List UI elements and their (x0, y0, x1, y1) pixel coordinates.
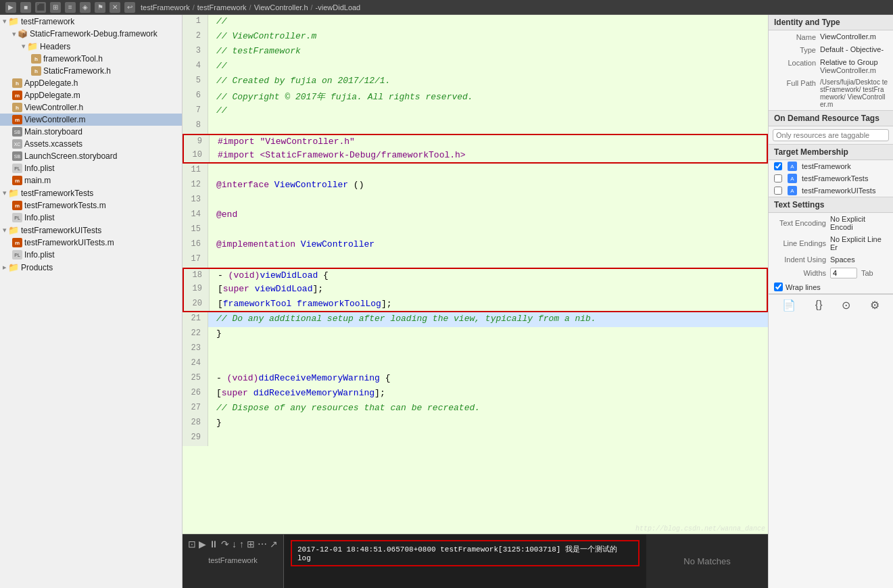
breadcrumb-4[interactable]: -viewDidLoad (316, 3, 361, 11)
toolbar-icon-1[interactable]: ▶ (5, 2, 16, 13)
toolbar-icon-6[interactable]: ◈ (80, 2, 91, 13)
toolbar-icon-8[interactable]: ✕ (110, 2, 120, 13)
target-checkbox-1[interactable] (774, 174, 782, 182)
debug-icon-thread[interactable]: ⋯ (258, 539, 267, 549)
storyboard-icon: SB (12, 127, 22, 137)
sidebar-item-main-m[interactable]: mmain.m (0, 174, 182, 187)
panel-icon-link[interactable]: ⊙ (842, 299, 850, 312)
line-code[interactable]: // Created by fujia on 2017/12/1. (208, 74, 768, 89)
sidebar-item-appdelegate-m[interactable]: mAppDelegate.m (0, 89, 182, 101)
panel-icon-settings[interactable]: ⚙ (870, 299, 879, 312)
wrap-checkbox[interactable] (774, 283, 783, 291)
folder-special-icon: 📦 (18, 29, 28, 39)
line-code[interactable]: - (void)viewDidLoad { (210, 269, 767, 283)
line-code[interactable]: // (208, 59, 768, 74)
debug-icon-view2[interactable]: ⊞ (247, 539, 255, 549)
file-navigator: ▾📁testFramework▾📦StaticFramework-Debug.f… (0, 15, 183, 588)
line-code[interactable]: @implementation ViewController (208, 238, 768, 253)
line-code[interactable] (208, 119, 768, 134)
sidebar-item-main-storyboard[interactable]: SBMain.storyboard (0, 126, 182, 138)
line-code[interactable]: #import <StaticFramework-Debug/framework… (210, 149, 767, 162)
toolbar-icon-2[interactable]: ■ (20, 2, 31, 13)
sidebar-item-testframeworkuitests-info[interactable]: PLInfo.plist (0, 249, 182, 261)
identity-section: Identity and Type Name ViewController.m … (769, 15, 893, 111)
line-code[interactable] (208, 253, 768, 268)
line-code[interactable]: [super didReceiveMemoryWarning]; (208, 387, 768, 401)
line-number: 8 (183, 119, 208, 134)
line-code[interactable] (208, 342, 768, 357)
widths-stepper[interactable] (830, 268, 857, 278)
sidebar-item-testframeworktests[interactable]: ▾📁testFrameworkTests (0, 187, 182, 199)
target-icon-2: A (788, 186, 797, 195)
line-code[interactable] (208, 223, 768, 238)
line-code[interactable]: // testFramework (208, 45, 768, 59)
line-code[interactable]: // (208, 104, 768, 119)
line-code[interactable] (208, 431, 768, 446)
line-code[interactable]: #import "ViewController.h" (210, 135, 767, 149)
sidebar-item-assets[interactable]: XCAssets.xcassets (0, 138, 182, 150)
toolbar-icon-9[interactable]: ↩ (124, 2, 135, 13)
sidebar-item-testframeworkuitests[interactable]: ▾📁testFrameworkUITests (0, 224, 182, 237)
sidebar-item-testframeworkuitests-m[interactable]: mtestFrameworkUITests.m (0, 237, 182, 249)
on-demand-input[interactable] (773, 129, 889, 141)
debug-icon-stepout[interactable]: ↑ (239, 539, 244, 549)
line-code[interactable]: // ViewController.m (208, 30, 768, 45)
line-code[interactable]: // (208, 15, 768, 30)
code-line-17: 17 (183, 253, 768, 268)
line-number: 17 (183, 253, 208, 268)
identity-type-panel: Identity and Type Name ViewController.m … (768, 15, 893, 588)
sidebar-item-staticframework-h[interactable]: hStaticFramework.h (0, 65, 182, 77)
sidebar-item-testframeworktests-info[interactable]: PLInfo.plist (0, 212, 182, 224)
toolbar-icon-5[interactable]: ≡ (65, 2, 76, 13)
debug-icon-pause[interactable]: ⏸ (209, 539, 218, 549)
wrap-label: Wrap lines (786, 283, 821, 291)
breadcrumb-2[interactable]: testFramework (197, 3, 247, 11)
line-code[interactable] (208, 164, 768, 178)
line-code[interactable]: // Dispose of any resources that can be … (208, 401, 768, 416)
breadcrumb-3[interactable]: ViewController.h (254, 3, 308, 11)
line-code[interactable]: // Copyright © 2017年 fujia. All rights r… (208, 89, 768, 104)
tree-item-label: testFrameworkUITests (21, 226, 101, 235)
target-rows: A testFramework A testFrameworkTests A t… (769, 160, 893, 197)
sidebar-item-info-plist[interactable]: PLInfo.plist (0, 162, 182, 174)
line-code[interactable]: } (208, 416, 768, 431)
toolbar-icon-3[interactable]: ⬛ (35, 2, 46, 13)
line-code[interactable]: - (void)didReceiveMemoryWarning { (208, 372, 768, 387)
sidebar-item-staticframework[interactable]: ▾📦StaticFramework-Debug.framework (0, 28, 182, 40)
target-membership-section: Target Membership A testFramework A test… (769, 145, 893, 197)
sidebar-item-viewcontroller-h[interactable]: hViewController.h (0, 101, 182, 114)
line-code[interactable]: // Do any additional setup after loading… (208, 312, 768, 327)
panel-icon-file[interactable]: 📄 (782, 299, 796, 312)
line-code[interactable]: [super viewDidLoad]; (210, 283, 767, 297)
breadcrumb-1[interactable]: testFramework (141, 3, 190, 11)
panel-icon-code[interactable]: {} (815, 299, 823, 312)
debug-icon-play[interactable]: ▶ (199, 539, 206, 549)
sidebar-item-launchscreen[interactable]: SBLaunchScreen.storyboard (0, 150, 182, 162)
line-code[interactable]: } (208, 327, 768, 342)
line-code[interactable]: [frameworkTool frameworkToolLog]; (210, 297, 767, 311)
debug-icon-stepin[interactable]: ↓ (232, 539, 237, 549)
sidebar-item-headers[interactable]: ▾📁Headers (0, 40, 182, 53)
line-number: 16 (183, 238, 208, 253)
target-checkbox-0[interactable] (774, 162, 782, 170)
debug-icon-share[interactable]: ↗ (270, 539, 278, 549)
line-number: 1 (183, 15, 208, 30)
sidebar-item-testFramework-root[interactable]: ▾📁testFramework (0, 15, 182, 28)
line-code[interactable]: @end (208, 208, 768, 223)
tree-item-label: LaunchScreen.storyboard (24, 151, 117, 161)
sidebar-item-testframeworktests-m[interactable]: mtestFrameworkTests.m (0, 199, 182, 212)
debug-icon-stepover[interactable]: ↷ (221, 539, 229, 549)
tree-item-label: StaticFramework-Debug.framework (30, 29, 158, 39)
debug-icon-view[interactable]: ⊡ (188, 539, 196, 549)
sidebar-item-viewcontroller-m[interactable]: mViewController.m (0, 114, 182, 126)
sidebar-item-frameworktool-h[interactable]: hframeworkTool.h (0, 53, 182, 65)
sidebar-item-appdelegate-h[interactable]: hAppDelegate.h (0, 77, 182, 89)
line-code[interactable] (208, 357, 768, 372)
code-content[interactable]: 1//2// ViewController.m3// testFramework… (183, 15, 768, 534)
toolbar-icon-7[interactable]: ⚑ (95, 2, 105, 13)
target-checkbox-2[interactable] (774, 187, 782, 195)
line-code[interactable]: @interface ViewController () (208, 178, 768, 193)
line-code[interactable] (208, 193, 768, 208)
sidebar-item-products[interactable]: ▸📁Products (0, 261, 182, 274)
toolbar-icon-4[interactable]: ⊞ (50, 2, 61, 13)
